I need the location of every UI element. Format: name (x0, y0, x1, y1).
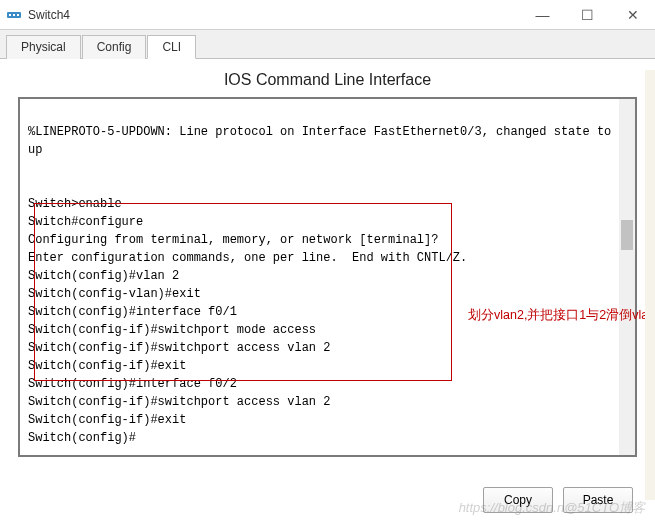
cli-panel: IOS Command Line Interface %LINEPROTO-5-… (0, 59, 655, 480)
scrollbar-track[interactable] (619, 99, 635, 455)
close-button[interactable]: ✕ (610, 0, 655, 29)
tab-physical[interactable]: Physical (6, 35, 81, 59)
cli-output[interactable]: %LINEPROTO-5-UPDOWN: Line protocol on In… (18, 97, 637, 457)
annotation-text: 划分vlan2,并把接口1与2滑倒vlan2 (468, 307, 655, 324)
paste-button[interactable]: Paste (563, 487, 633, 513)
panel-title: IOS Command Line Interface (18, 71, 637, 89)
window-title: Switch4 (28, 8, 70, 22)
scrollbar-thumb[interactable] (621, 220, 633, 250)
titlebar: Switch4 — ☐ ✕ (0, 0, 655, 30)
copy-button[interactable]: Copy (483, 487, 553, 513)
tab-bar: Physical Config CLI (0, 30, 655, 59)
button-row: Copy Paste (483, 487, 633, 513)
svg-rect-2 (13, 14, 15, 16)
minimize-button[interactable]: — (520, 0, 565, 29)
svg-rect-3 (17, 14, 19, 16)
tab-cli[interactable]: CLI (147, 35, 196, 59)
maximize-button[interactable]: ☐ (565, 0, 610, 29)
tab-config[interactable]: Config (82, 35, 147, 59)
svg-rect-1 (9, 14, 11, 16)
app-icon (6, 7, 22, 23)
